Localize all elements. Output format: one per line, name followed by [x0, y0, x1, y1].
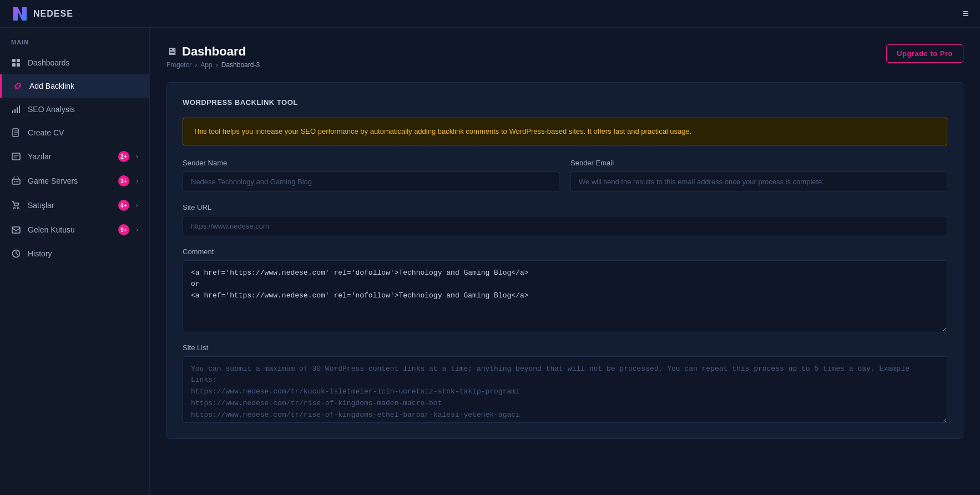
page-title-icon: 🖥: [166, 46, 176, 58]
yazilar-chevron: ›: [136, 153, 138, 160]
svg-point-14: [17, 181, 18, 183]
site-url-label: Site URL: [183, 203, 947, 211]
svg-point-12: [14, 181, 15, 183]
sender-email-label: Sender Email: [570, 159, 947, 167]
svg-point-16: [18, 208, 19, 209]
page-title-area: 🖥 Dashboard Frogetor › App › Dashboard-3: [166, 44, 260, 69]
breadcrumb-app[interactable]: App: [200, 61, 212, 69]
sidebar-item-yazilar[interactable]: Yazılar 2+ ›: [0, 144, 149, 169]
sidebar-item-label: Yazılar: [28, 152, 112, 161]
sender-name-label: Sender Name: [183, 159, 559, 167]
sidebar-item-gelen-kutusu[interactable]: Gelen Kutusu 9+ ›: [0, 218, 149, 242]
upgrade-button[interactable]: Upgrade to Pro: [886, 44, 963, 63]
yazilar-badge: 2+: [118, 151, 129, 162]
gelen-kutusu-chevron: ›: [136, 226, 138, 234]
breadcrumb: Frogetor › App › Dashboard-3: [166, 61, 260, 69]
sender-name-input[interactable]: [183, 171, 559, 192]
sidebar-item-history[interactable]: History: [0, 242, 149, 265]
svg-rect-5: [12, 110, 13, 113]
satislar-badge: 4+: [118, 200, 129, 211]
sidebar: MAIN Dashboards Add Backlink: [0, 28, 150, 495]
create-cv-icon: [11, 128, 21, 138]
sender-name-group: Sender Name: [183, 159, 559, 192]
comment-textarea[interactable]: <a href='https://www.nedese.com' rel='do…: [183, 260, 947, 332]
svg-rect-17: [12, 227, 20, 233]
sidebar-item-label: Create CV: [28, 128, 138, 137]
svg-rect-1: [12, 59, 16, 62]
comment-group: Comment <a href='https://www.nedese.com'…: [183, 248, 947, 332]
game-servers-badge: 3+: [118, 175, 129, 186]
site-url-input[interactable]: [183, 216, 947, 236]
sidebar-item-create-cv[interactable]: Create CV: [0, 121, 149, 144]
logo-text: NEDESE: [33, 9, 73, 19]
svg-rect-7: [17, 107, 18, 113]
svg-rect-10: [12, 153, 20, 160]
sidebar-item-seo-analysis[interactable]: SEO Analysis: [0, 98, 149, 121]
svg-rect-6: [14, 109, 16, 113]
seo-analysis-icon: [11, 104, 21, 114]
logo-icon: [11, 5, 29, 23]
page-title: 🖥 Dashboard: [166, 44, 260, 59]
site-list-label: Site List: [183, 344, 947, 352]
sender-row: Sender Name Sender Email: [183, 159, 947, 192]
breadcrumb-current: Dashboard-3: [221, 61, 260, 69]
breadcrumb-frogetor[interactable]: Frogetor: [166, 61, 191, 69]
gelen-kutusu-badge: 9+: [118, 224, 129, 235]
sidebar-item-label: Game Servers: [28, 176, 112, 185]
sidebar-item-dashboards[interactable]: Dashboards: [0, 51, 149, 74]
sidebar-item-label: History: [28, 249, 138, 258]
satislar-chevron: ›: [136, 201, 138, 209]
page-header: 🖥 Dashboard Frogetor › App › Dashboard-3…: [166, 44, 963, 69]
svg-rect-2: [17, 59, 20, 62]
svg-point-15: [14, 208, 16, 209]
sender-email-group: Sender Email: [570, 159, 947, 192]
main-layout: MAIN Dashboards Add Backlink: [0, 28, 980, 495]
sidebar-item-label: Gelen Kutusu: [28, 225, 112, 234]
sidebar-item-label: Add Backlink: [29, 82, 138, 90]
tool-card: WORDPRESS BACKLINK TOOL This tool helps …: [166, 82, 963, 439]
game-servers-chevron: ›: [136, 177, 138, 185]
sidebar-item-game-servers[interactable]: Game Servers 3+ ›: [0, 169, 149, 193]
sidebar-item-satislar[interactable]: Satışlar 4+ ›: [0, 193, 149, 218]
top-header: NEDESE ≡: [0, 0, 980, 28]
breadcrumb-sep-2: ›: [216, 61, 218, 69]
history-icon: [11, 249, 21, 259]
info-box: This tool helps you increase your SEO pe…: [183, 118, 947, 145]
logo-area: NEDESE: [11, 5, 73, 23]
satislar-icon: [11, 200, 21, 210]
sidebar-section-label: MAIN: [0, 39, 149, 51]
yazilar-icon: [11, 151, 21, 161]
sidebar-item-label: SEO Analysis: [28, 105, 138, 114]
svg-rect-4: [17, 63, 20, 67]
sender-email-input[interactable]: [570, 171, 947, 192]
game-servers-icon: [11, 176, 21, 186]
comment-label: Comment: [183, 248, 947, 256]
content-area: 🖥 Dashboard Frogetor › App › Dashboard-3…: [150, 28, 980, 495]
site-list-group: Site List: [183, 344, 947, 423]
add-backlink-icon: [13, 81, 23, 91]
sidebar-item-label: Satışlar: [28, 201, 112, 210]
breadcrumb-sep-1: ›: [195, 61, 197, 69]
site-url-group: Site URL: [183, 203, 947, 236]
dashboards-icon: [11, 58, 21, 68]
site-list-textarea[interactable]: [183, 356, 947, 423]
svg-rect-8: [19, 105, 20, 113]
page-title-text: Dashboard: [182, 44, 246, 59]
sidebar-item-label: Dashboards: [28, 58, 138, 67]
gelen-kutusu-icon: [11, 225, 21, 235]
svg-point-13: [16, 181, 17, 183]
svg-rect-3: [12, 63, 16, 67]
sidebar-item-add-backlink[interactable]: Add Backlink: [0, 74, 149, 98]
hamburger-menu[interactable]: ≡: [962, 7, 969, 20]
tool-card-title: WORDPRESS BACKLINK TOOL: [183, 98, 947, 107]
svg-marker-0: [13, 7, 27, 21]
